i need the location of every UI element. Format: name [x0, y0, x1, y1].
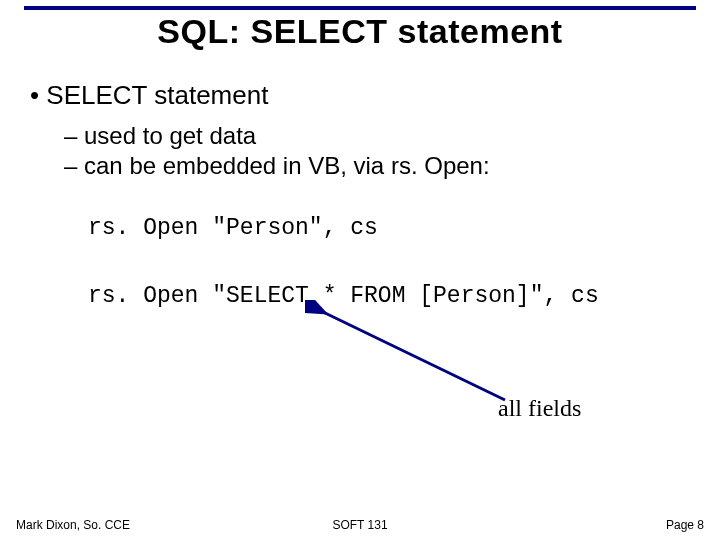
slide-title: SQL: SELECT statement — [0, 12, 720, 51]
bullet-level2: can be embedded in VB, via rs. Open: — [64, 151, 700, 181]
arrow-icon — [305, 300, 545, 410]
annotation-label: all fields — [498, 395, 581, 422]
slide-body: SELECT statement used to get data can be… — [30, 80, 700, 310]
top-rule — [24, 6, 696, 10]
svg-line-1 — [323, 312, 505, 400]
footer-right: Page 8 — [666, 518, 704, 532]
code-line-1: rs. Open "Person", cs — [88, 215, 700, 243]
footer-center: SOFT 131 — [16, 518, 704, 532]
bullet-level1: SELECT statement — [30, 80, 700, 111]
bullet-level2: used to get data — [64, 121, 700, 151]
slide: SQL: SELECT statement SELECT statement u… — [0, 0, 720, 540]
code-line-2: rs. Open "SELECT * FROM [Person]", cs — [88, 283, 700, 311]
